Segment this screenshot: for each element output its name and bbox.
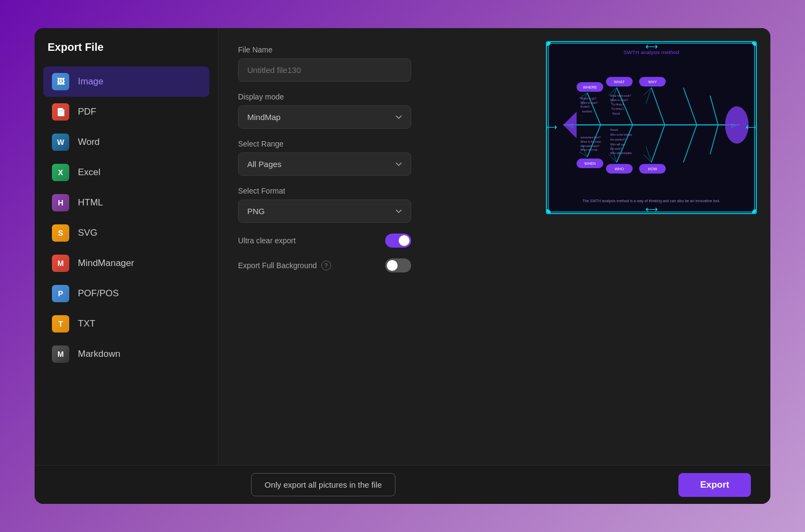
ultra-clear-row: Ultra clear export [238, 234, 411, 248]
sidebar-item-label-image: Image [78, 76, 103, 87]
ultra-clear-label: Ultra clear export [238, 236, 296, 245]
html-icon: H [52, 194, 69, 211]
sidebar-item-label-pofpos: POF/POS [78, 288, 119, 299]
svg-text:HOW: HOW [648, 167, 657, 171]
svg-text:▷: ▷ [731, 122, 736, 128]
fishbone-diagram: SWTH analysis method [547, 42, 756, 213]
svg-text:Where to go?: Where to go? [580, 97, 597, 100]
sidebar-item-markdown[interactable]: MMarkdown [43, 339, 209, 369]
sidebar-item-pofpos[interactable]: PPOF/POS [43, 278, 209, 309]
display-mode-select[interactable]: MindMap Outline Logic [238, 105, 411, 129]
sidebar-item-word[interactable]: WWord [43, 127, 209, 157]
svg-text:When is done?: When is done? [610, 99, 628, 102]
svg-text:When will it be: When will it be [580, 149, 598, 151]
svg-text:Who is the initiator: Who is the initiator [610, 134, 632, 136]
svg-text:Result: Result [612, 112, 621, 115]
markdown-icon: M [52, 345, 69, 363]
svg-text:Who will use: Who will use [610, 143, 625, 146]
export-button[interactable]: Export [678, 473, 751, 497]
only-export-pictures-button[interactable]: Only export all pictures in the file [251, 473, 395, 496]
select-range-select[interactable]: All Pages Current Page Custom [238, 152, 411, 176]
sidebar-item-image[interactable]: 🖼Image [43, 66, 209, 97]
sidebar-item-label-mindmanager: MindManager [78, 258, 134, 269]
svg-text:When is the most: When is the most [580, 141, 602, 143]
export-full-bg-help-icon[interactable]: ? [321, 261, 331, 270]
svg-text:WHO: WHO [615, 167, 624, 171]
pdf-icon: 📄 [52, 103, 69, 121]
svg-text:What need work?: What need work? [610, 95, 631, 97]
svg-text:Who will complete: Who will complete [610, 152, 632, 155]
excel-icon: X [52, 164, 69, 181]
svg-text:Result: Result [610, 129, 618, 131]
select-format-select[interactable]: PNG JPG WEBP SVG [238, 200, 411, 223]
svg-text:Try thing 1: Try thing 1 [611, 103, 624, 106]
edge-handle-bottom[interactable]: ⟷ [645, 204, 658, 214]
sidebar-item-label-txt: TXT [78, 318, 95, 329]
select-range-label: Select Range [238, 139, 513, 148]
svg-text:Try thing 2: Try thing 2 [611, 108, 624, 110]
sidebar-item-label-svg: SVG [78, 228, 97, 238]
sidebar-item-pdf[interactable]: 📄PDF [43, 97, 209, 127]
export-full-bg-thumb [387, 260, 398, 271]
ultra-clear-toggle[interactable] [385, 234, 411, 248]
export-full-bg-toggle[interactable] [385, 258, 411, 272]
svg-text:this product?: this product? [610, 138, 625, 141]
sidebar-item-html[interactable]: HHTML [43, 188, 209, 218]
svg-icon: S [52, 224, 69, 242]
dialog-title: Export File [43, 41, 209, 54]
file-name-label: File Name [238, 45, 513, 54]
svg-rect-0 [547, 42, 755, 213]
svg-text:WHAT: WHAT [614, 80, 625, 84]
sidebar-item-label-word: Word [78, 137, 100, 148]
svg-text:The SWTH analysis method is a : The SWTH analysis method is a way of thi… [583, 199, 721, 203]
export-full-bg-label: Export Full Background ? [238, 261, 331, 270]
svg-text:When to start?: When to start? [580, 102, 598, 104]
preview-content: SWTH analysis method [547, 42, 756, 213]
edge-handle-left[interactable]: ⟷ [546, 123, 557, 133]
svg-text:estimated start?: estimated start? [580, 145, 599, 148]
sidebar-item-label-markdown: Markdown [78, 349, 120, 360]
file-name-group: File Name [238, 45, 513, 82]
txt-icon: T [52, 315, 69, 332]
bottom-bar: Only export all pictures in the file Exp… [35, 465, 770, 504]
pofpos-icon: P [52, 285, 69, 302]
sidebar-item-label-html: HTML [78, 197, 103, 208]
display-mode-label: Display mode [238, 92, 513, 101]
display-mode-group: Display mode MindMap Outline Logic [238, 92, 513, 129]
sidebar-item-txt[interactable]: TTXT [43, 309, 209, 339]
sidebar-item-svg[interactable]: SSVG [43, 218, 209, 248]
word-icon: W [52, 134, 69, 151]
svg-text:WHY: WHY [648, 80, 657, 84]
mindmanager-icon: M [52, 255, 69, 272]
svg-text:WHEN: WHEN [584, 162, 596, 165]
edge-handle-right[interactable]: ⟷ [745, 123, 757, 133]
main-content: File Name Display mode MindMap Outline L… [219, 28, 532, 465]
sidebar-item-mindmanager[interactable]: MMindManager [43, 248, 209, 278]
sidebar-item-label-pdf: PDF [78, 107, 96, 117]
corner-handle-br[interactable] [752, 209, 757, 214]
svg-text:convenient time?: convenient time? [580, 136, 601, 139]
select-range-group: Select Range All Pages Current Page Cust… [238, 139, 513, 176]
sidebar-item-excel[interactable]: XExcel [43, 157, 209, 188]
svg-text:location: location [580, 105, 590, 108]
export-full-bg-row: Export Full Background ? [238, 258, 411, 272]
export-dialog: Export File 🖼Image📄PDFWWordXExcelHHTMLSS… [35, 28, 770, 504]
ultra-clear-thumb [399, 235, 410, 246]
select-format-group: Select Format PNG JPG WEBP SVG [238, 187, 513, 223]
select-format-label: Select Format [238, 187, 513, 195]
edge-handle-top[interactable]: ⟷ [645, 41, 658, 51]
sidebar-item-label-excel: Excel [78, 167, 101, 178]
preview-image: ⟷ ⟷ ⟷ ⟷ SWTH analysis method [546, 41, 757, 214]
svg-text:the work?: the work? [610, 148, 622, 150]
svg-text:◁: ◁ [569, 122, 573, 128]
svg-text:WHERE: WHERE [583, 85, 597, 89]
preview-panel: ⟷ ⟷ ⟷ ⟷ SWTH analysis method [532, 28, 770, 465]
sidebar: Export File 🖼Image📄PDFWWordXExcelHHTMLSS… [35, 28, 219, 465]
file-name-input[interactable] [238, 58, 411, 82]
image-icon: 🖼 [52, 73, 69, 90]
svg-text:number1: number1 [582, 110, 593, 113]
